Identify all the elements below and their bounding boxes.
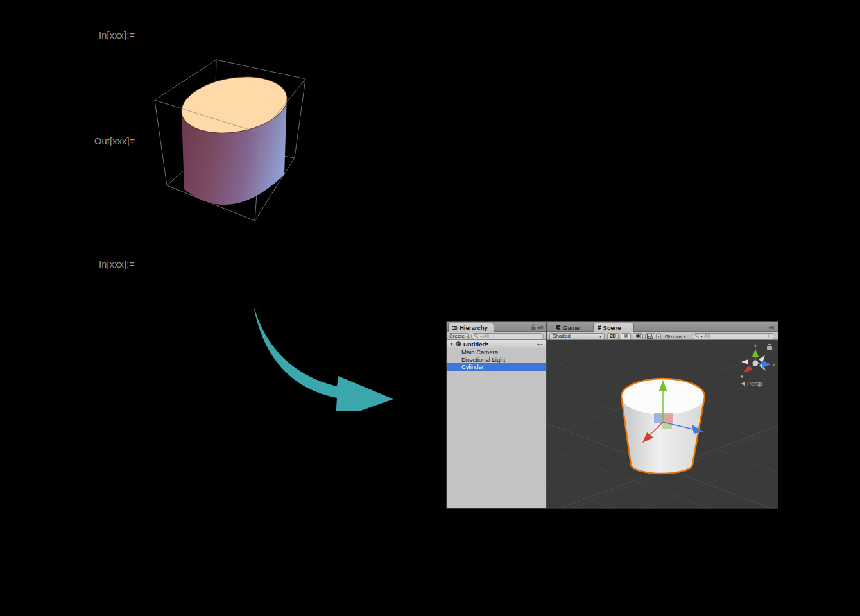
page-background: { "colors": { "background": "#000000", "… [0, 0, 860, 616]
move-plane-handle-blue[interactable] [654, 413, 663, 424]
viewport-lock-icon[interactable] [767, 344, 772, 350]
scene-name-label: Untitled* [463, 341, 488, 348]
lighting-toggle-button[interactable] [621, 333, 631, 339]
image-icon [647, 334, 653, 339]
speaker-icon [635, 333, 641, 339]
hierarchy-item-directional-light[interactable]: Directional Light [447, 356, 546, 364]
scene-search-input[interactable]: ▾ All [692, 333, 775, 339]
scene-tab-label: Scene [603, 324, 621, 331]
hierarchy-pane-menu-icon[interactable]: ▾ ≡ [538, 325, 544, 330]
scene-pane-menu-icon[interactable]: ▾ ≡ [769, 325, 775, 330]
shading-dropdown-arrow-icon: ▾ [599, 334, 601, 338]
audio-toggle-button[interactable] [633, 333, 643, 339]
flow-arrow [247, 302, 398, 411]
move-plane-handle-red[interactable] [663, 413, 673, 423]
hierarchy-tab-label: Hierarchy [460, 324, 488, 331]
tab-hierarchy[interactable]: Hierarchy [448, 323, 494, 332]
notebook-in-label-1: In[xxx]:= [99, 30, 135, 40]
hierarchy-toolbar: Create ▾ ▾ All [447, 332, 546, 340]
gizmo-x-label: x [741, 374, 743, 379]
gizmo-z-label: z [773, 363, 775, 367]
scene-panel: Game # Scene ▾ ≡ Shaded ▾ 2D [547, 322, 778, 508]
hierarchy-panel: Hierarchy ▾ ≡ Create ▾ ▾ Al [447, 322, 546, 508]
scene-row-menu-icon[interactable]: ▾ ≡ [537, 341, 543, 347]
mathematica-cylinder-graphic [148, 55, 321, 231]
scene-tabstrip: Game # Scene ▾ ≡ [547, 322, 778, 332]
create-button[interactable]: Create ▾ [449, 333, 469, 339]
game-tab-icon [556, 325, 561, 330]
gizmos-dropdown[interactable]: Gizmos ▾ [665, 334, 685, 339]
scene-viewport[interactable]: y z x Persp [547, 340, 778, 508]
toggle-2d-button[interactable]: 2D [607, 333, 619, 339]
hierarchy-search-placeholder: All [483, 333, 489, 339]
game-tab-label: Game [563, 324, 580, 331]
notebook-in-label-2: In[xxx]:= [99, 259, 135, 270]
scene-row-untitled[interactable]: ▼ Untitled* ▾ ≡ [447, 340, 546, 348]
hierarchy-tree: ▼ Untitled* ▾ ≡ Main Camera Directional … [447, 340, 546, 508]
unity-scene-cube-icon [455, 341, 461, 347]
persp-label[interactable]: Persp [747, 381, 762, 387]
gizmo-y-cone[interactable] [752, 349, 759, 357]
hierarchy-list-icon [452, 325, 458, 330]
effects-toggle-button[interactable] [645, 333, 655, 339]
scene-toolbar: Shaded ▾ 2D [547, 332, 778, 340]
create-dropdown-arrow-icon: ▾ [466, 334, 468, 338]
flow-arrow-shape [254, 305, 393, 411]
unity-editor-window: Hierarchy ▾ ≡ Create ▾ ▾ Al [446, 321, 778, 509]
shading-mode-dropdown[interactable]: Shaded ▾ [549, 333, 605, 339]
foldout-triangle-icon: ▼ [449, 342, 454, 346]
search-filter-arrow-icon: ▾ [701, 334, 703, 338]
gizmo-center[interactable] [753, 361, 759, 366]
search-icon [474, 334, 479, 338]
search-clear-divider [768, 334, 769, 338]
effects-dropdown-arrow[interactable]: ▾ [656, 333, 661, 339]
hierarchy-tabstrip: Hierarchy ▾ ≡ [447, 322, 546, 332]
hierarchy-item-cylinder[interactable]: Cylinder [447, 363, 546, 371]
search-clear-divider [537, 334, 537, 338]
persp-cone-icon [741, 382, 745, 386]
gizmo-y-label: y [754, 343, 757, 348]
hierarchy-item-main-camera[interactable]: Main Camera [447, 348, 546, 356]
notebook-out-label: Out[xxx]= [94, 136, 135, 146]
hierarchy-lock-icon[interactable] [531, 324, 537, 330]
tab-game[interactable]: Game [552, 323, 583, 332]
hierarchy-search-input[interactable]: ▾ All [471, 333, 544, 339]
scene-search-placeholder: All [704, 333, 710, 339]
sun-icon [623, 333, 629, 339]
search-filter-arrow-icon: ▾ [480, 334, 482, 338]
gizmos-dropdown-arrow-icon: ▾ [684, 334, 685, 338]
gizmo-z-cone[interactable] [762, 361, 771, 368]
tab-scene[interactable]: # Scene [593, 323, 634, 332]
scene-tab-hash-icon: # [598, 324, 601, 331]
search-icon [695, 334, 700, 338]
neg-axis-cone[interactable] [741, 359, 748, 364]
